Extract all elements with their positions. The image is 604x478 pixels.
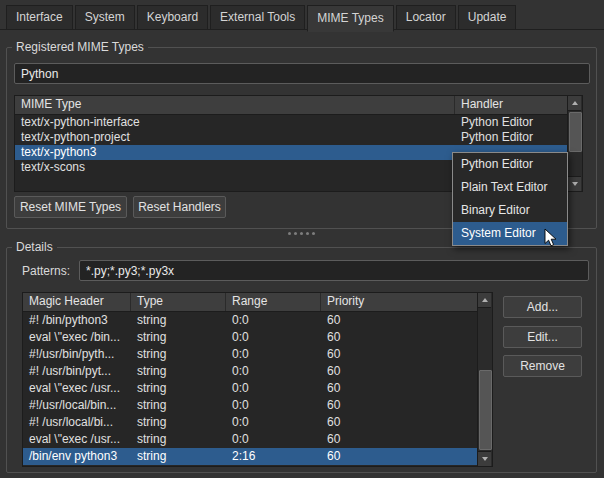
scroll-down-button[interactable] <box>478 451 491 466</box>
column-header-type[interactable]: Type <box>131 293 226 311</box>
menu-item-plain-text-editor[interactable]: Plain Text Editor <box>453 176 567 199</box>
range-cell: 0:0 <box>226 431 321 448</box>
mime-type-cell: text/x-scons <box>15 160 455 175</box>
type-cell: string <box>131 346 226 363</box>
range-cell: 0:0 <box>226 380 321 397</box>
magic-cell: eval \"exec /bin... <box>23 329 131 346</box>
reset-handlers-button[interactable]: Reset Handlers <box>133 196 226 218</box>
tab-locator[interactable]: Locator <box>396 5 456 29</box>
priority-cell: 60 <box>321 346 478 363</box>
range-cell: 0:0 <box>226 397 321 414</box>
magic-header-row[interactable]: #! /usr/bin/pyt... string 0:0 60 <box>23 363 478 380</box>
group-title: Registered MIME Types <box>12 40 148 54</box>
mime-type-cell: text/x-python-project <box>15 130 455 145</box>
magic-cell: #!/usr/bin/pyth... <box>23 346 131 363</box>
range-cell: 0:0 <box>226 312 321 329</box>
mime-type-cell: text/x-python-interface <box>15 115 455 130</box>
mime-type-cell: text/x-python3 <box>15 145 455 160</box>
mime-table-row[interactable]: text/x-python-project Python Editor <box>15 130 568 145</box>
magic-header-row[interactable]: #!/usr/bin/pyth... string 0:0 60 <box>23 346 478 363</box>
tab-system[interactable]: System <box>75 5 135 29</box>
type-cell: string <box>131 448 226 465</box>
range-cell: 2:16 <box>226 448 321 465</box>
settings-window: Interface System Keyboard External Tools… <box>0 0 604 478</box>
patterns-input[interactable] <box>79 260 589 281</box>
range-cell: 0:0 <box>226 363 321 380</box>
magic-cell: /bin/env python3 <box>23 448 131 465</box>
magic-header-row[interactable]: #! /bin/python3 string 0:0 60 <box>23 312 478 329</box>
tab-interface[interactable]: Interface <box>6 5 73 29</box>
scroll-thumb[interactable] <box>569 112 582 152</box>
priority-cell: 60 <box>321 312 478 329</box>
tab-keyboard[interactable]: Keyboard <box>137 5 208 29</box>
triangle-up-icon <box>572 101 578 105</box>
range-cell: 0:0 <box>226 329 321 346</box>
magic-cell: #! /bin/python3 <box>23 312 131 329</box>
mime-table-row[interactable]: text/x-python-interface Python Editor <box>15 115 568 130</box>
magic-cell: #! /usr/local/bi... <box>23 414 131 431</box>
mime-table-header: MIME Type Handler <box>15 96 568 115</box>
scroll-thumb[interactable] <box>479 370 492 450</box>
column-header-priority[interactable]: Priority <box>321 293 478 311</box>
column-header-mime-type[interactable]: MIME Type <box>15 96 455 114</box>
handler-cell: Python Editor <box>455 130 568 145</box>
magic-headers-header: Magic Header Type Range Priority <box>23 293 478 312</box>
magic-headers-scrollbar[interactable] <box>477 293 492 466</box>
type-cell: string <box>131 363 226 380</box>
priority-cell: 60 <box>321 380 478 397</box>
magic-header-row[interactable]: eval \"exec /usr... string 0:0 60 <box>23 380 478 397</box>
patterns-label: Patterns: <box>22 263 70 279</box>
magic-header-row[interactable]: eval \"exec /usr... string 0:0 60 <box>23 431 478 448</box>
remove-button[interactable]: Remove <box>503 355 582 377</box>
menu-item-python-editor[interactable]: Python Editor <box>453 153 567 176</box>
group-title: Details <box>12 240 57 254</box>
type-cell: string <box>131 414 226 431</box>
handler-cell: Python Editor <box>455 115 568 130</box>
magic-cell: eval \"exec /usr... <box>23 431 131 448</box>
mime-table-scrollbar[interactable] <box>567 96 582 191</box>
priority-cell: 60 <box>321 431 478 448</box>
scroll-down-button[interactable] <box>568 176 581 191</box>
priority-cell: 60 <box>321 448 478 465</box>
magic-header-row-selected[interactable]: /bin/env python3 string 2:16 60 <box>23 448 478 465</box>
magic-header-row[interactable]: #!/usr/local/bin... string 0:0 60 <box>23 397 478 414</box>
magic-header-row[interactable]: #! /usr/local/bi... string 0:0 60 <box>23 414 478 431</box>
triangle-up-icon <box>482 298 488 302</box>
type-cell: string <box>131 312 226 329</box>
magic-headers-table: Magic Header Type Range Priority #! /bin… <box>22 292 493 467</box>
menu-item-binary-editor[interactable]: Binary Editor <box>453 199 567 222</box>
scroll-up-button[interactable] <box>478 293 491 308</box>
tab-external-tools[interactable]: External Tools <box>210 5 305 29</box>
type-cell: string <box>131 397 226 414</box>
type-cell: string <box>131 380 226 397</box>
type-cell: string <box>131 329 226 346</box>
magic-cell: #!/usr/local/bin... <box>23 397 131 414</box>
triangle-down-icon <box>482 457 488 461</box>
priority-cell: 60 <box>321 363 478 380</box>
range-cell: 0:0 <box>226 346 321 363</box>
magic-headers-content: Magic Header Type Range Priority #! /bin… <box>23 293 478 465</box>
mouse-cursor-icon <box>544 228 557 250</box>
priority-cell: 60 <box>321 397 478 414</box>
magic-cell: #! /usr/bin/pyt... <box>23 363 131 380</box>
scroll-up-button[interactable] <box>568 96 581 111</box>
column-header-range[interactable]: Range <box>226 293 321 311</box>
type-cell: string <box>131 431 226 448</box>
triangle-down-icon <box>572 182 578 186</box>
column-header-handler[interactable]: Handler <box>455 96 568 114</box>
reset-mime-types-button[interactable]: Reset MIME Types <box>14 196 127 218</box>
tab-mime-types[interactable]: MIME Types <box>307 5 393 32</box>
range-cell: 0:0 <box>226 414 321 431</box>
tab-update[interactable]: Update <box>458 5 517 29</box>
priority-cell: 60 <box>321 329 478 346</box>
magic-cell: eval \"exec /usr... <box>23 380 131 397</box>
add-button[interactable]: Add... <box>503 296 582 318</box>
column-header-magic-header[interactable]: Magic Header <box>23 293 131 311</box>
splitter-dots-icon <box>288 232 291 235</box>
priority-cell: 60 <box>321 414 478 431</box>
edit-button[interactable]: Edit... <box>503 326 582 348</box>
mime-filter-input[interactable] <box>14 63 590 84</box>
tab-bar: Interface System Keyboard External Tools… <box>6 5 518 30</box>
magic-header-row[interactable]: eval \"exec /bin... string 0:0 60 <box>23 329 478 346</box>
